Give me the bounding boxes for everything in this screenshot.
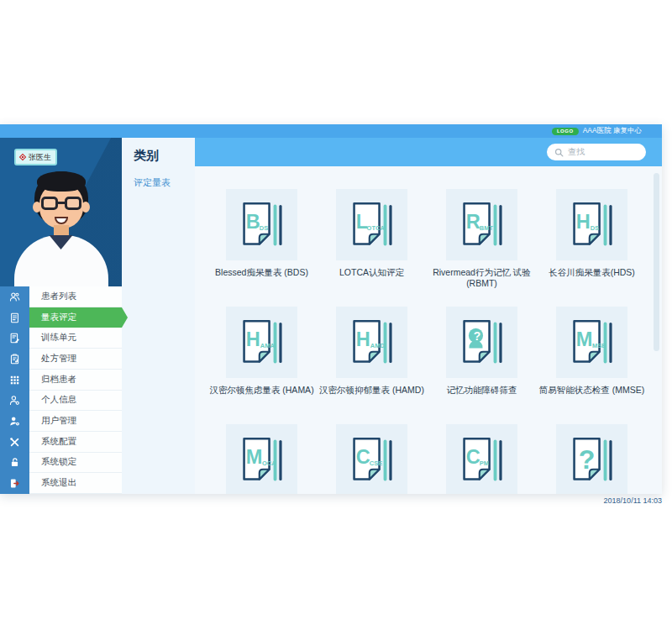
svg-text:OCA: OCA: [262, 459, 276, 467]
logo-badge: LOGO: [552, 128, 579, 135]
sidebar: 张医生: [0, 138, 122, 494]
svg-text:M: M: [245, 446, 262, 468]
card-ccse[interactable]: CCSE: [317, 424, 427, 494]
card-memory-screen[interactable]: ? 记忆功能障碍筛查: [427, 307, 537, 408]
doctor-avatar: [11, 166, 112, 286]
sidebar-item-prescription[interactable]: 处方管理: [0, 349, 122, 370]
hospital-title: AAA医院 康复中心: [583, 126, 642, 136]
svg-text:C: C: [465, 446, 480, 468]
svg-text:C: C: [355, 446, 370, 468]
document-stack-icon: HDS: [567, 200, 617, 250]
prescription-icon: [0, 349, 29, 370]
user-add-icon: [0, 411, 29, 432]
sidebar-item-system-config[interactable]: 系统配置: [0, 432, 122, 453]
search-input[interactable]: 查找: [547, 144, 646, 160]
sidebar-item-scale-assess[interactable]: 量表评定: [0, 307, 122, 328]
sidebar-item-system-exit[interactable]: 系统退出: [0, 473, 122, 494]
search-icon: [554, 148, 564, 157]
document-stack-icon: RBMT: [457, 200, 507, 250]
scrollbar-thumb[interactable]: [654, 173, 659, 351]
profile-panel: 张医生: [0, 138, 122, 286]
svg-text:AMD: AMD: [370, 342, 385, 349]
category-panel: 类别 评定量表: [122, 138, 195, 494]
search-placeholder: 查找: [568, 146, 585, 158]
sidebar-item-personal-info[interactable]: 个人信息: [0, 391, 122, 412]
document-stack-icon: HAMA: [237, 318, 287, 368]
avatar-fringe: [37, 171, 86, 192]
avatar-glasses: [40, 197, 82, 211]
lock-icon: [0, 453, 29, 474]
exit-icon: [0, 473, 29, 494]
svg-text:BMT: BMT: [479, 224, 493, 232]
document-stack-icon: MOCA: [237, 435, 287, 486]
head-question-glyph: ?: [468, 328, 482, 348]
card-grid: BDS Blessed痴呆量表 (BDS) LOTCA LOTCA认知评定 RB…: [207, 189, 647, 494]
svg-text:DS: DS: [590, 224, 598, 232]
card-bds[interactable]: BDS Blessed痴呆量表 (BDS): [207, 189, 317, 291]
svg-text:DS: DS: [259, 224, 267, 232]
sidebar-item-system-lock[interactable]: 系统锁定: [0, 453, 122, 474]
training-doc-icon: [0, 328, 29, 349]
user-gear-icon: [0, 391, 29, 412]
svg-text:H: H: [355, 328, 370, 350]
doctor-name-badge[interactable]: 张医生: [14, 149, 57, 165]
category-item-assessment-scales[interactable]: 评定量表: [134, 176, 195, 189]
svg-text:PM: PM: [479, 459, 488, 467]
app-window: LOGO AAA医院 康复中心 张医生: [0, 124, 662, 494]
card-unknown[interactable]: ?: [537, 424, 647, 494]
svg-text:MSE: MSE: [592, 342, 606, 349]
category-title: 类别: [134, 148, 195, 164]
svg-text:M: M: [575, 328, 592, 350]
main-header: 查找: [195, 138, 662, 166]
card-lotca[interactable]: LOTCA LOTCA认知评定: [317, 189, 427, 291]
archive-grid-icon: [0, 370, 29, 391]
sidebar-item-patient-list[interactable]: 患者列表: [0, 286, 122, 307]
desktop: LOGO AAA医院 康复中心 张医生: [0, 0, 672, 630]
svg-text:B: B: [245, 211, 260, 233]
card-hamd[interactable]: HAMD 汉密尔顿抑郁量表 (HAMD): [317, 307, 427, 408]
sidebar-menu: 患者列表 量表评定 训练单元 处方管理 归档患者 个人信息 用户管理 系统配置 …: [0, 286, 122, 494]
patients-icon: [0, 286, 29, 307]
document-stack-icon: CCSE: [347, 435, 397, 486]
svg-text:CSE: CSE: [369, 459, 381, 467]
card-area: BDS Blessed痴呆量表 (BDS) LOTCA LOTCA认知评定 RB…: [195, 166, 662, 494]
svg-text:?: ?: [578, 444, 595, 474]
sidebar-item-archived[interactable]: 归档患者: [0, 370, 122, 391]
card-cpm[interactable]: CPM: [427, 424, 537, 494]
document-stack-icon: ?: [567, 435, 617, 486]
svg-text:AMA: AMA: [260, 342, 275, 349]
document-stack-icon: BDS: [237, 200, 287, 250]
card-hama[interactable]: HAMA 汉密尔顿焦虑量表 (HAMA): [207, 307, 317, 408]
svg-text:H: H: [245, 328, 260, 350]
document-stack-icon: HAMD: [347, 318, 397, 368]
avatar-ear: [81, 202, 90, 213]
scale-doc-icon: [0, 307, 29, 328]
diamond-icon: [19, 154, 26, 160]
document-stack-icon: MMSE: [567, 318, 617, 368]
sidebar-item-training-unit[interactable]: 训练单元: [0, 328, 122, 349]
svg-text:H: H: [575, 211, 590, 233]
topbar: LOGO AAA医院 康复中心: [0, 124, 662, 138]
timestamp: 2018/10/11 14:03: [604, 496, 662, 505]
svg-text:OTCA: OTCA: [366, 224, 385, 232]
card-hds[interactable]: HDS 长谷川痴呆量表(HDS): [537, 189, 647, 291]
tools-icon: [0, 432, 29, 453]
svg-text:R: R: [465, 211, 480, 233]
main-panel: 查找 BDS Blessed痴呆量表 (BDS) LOTCA LOTCA认知评定…: [195, 138, 662, 494]
document-stack-icon: LOTCA: [347, 200, 397, 250]
svg-text:?: ?: [473, 328, 480, 342]
sidebar-item-user-management[interactable]: 用户管理: [0, 411, 122, 432]
card-mmse[interactable]: MMSE 简易智能状态检查 (MMSE): [537, 307, 647, 408]
card-rbmt[interactable]: RBMT Rivermead行为记忆 试验(RBMT): [427, 189, 537, 291]
document-stack-icon: ?: [457, 318, 507, 368]
doctor-name: 张医生: [29, 152, 51, 163]
card-moca[interactable]: MOCA: [207, 424, 317, 494]
document-stack-icon: CPM: [457, 435, 507, 486]
